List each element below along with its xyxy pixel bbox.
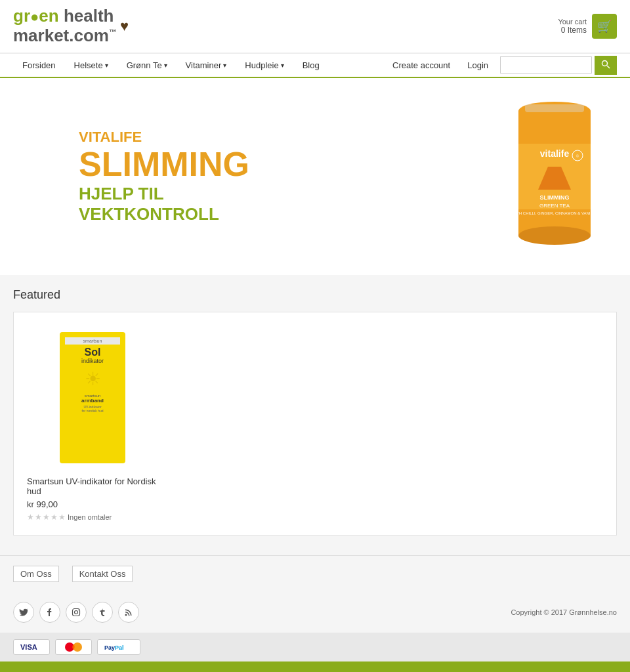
paypal-icon: PayPal [97, 639, 140, 655]
banner-line2: SLIMMING [79, 147, 492, 181]
svg-text:SLIMMING: SLIMMING [540, 194, 570, 201]
footer-nav-kontakt-oss[interactable]: Kontakt Oss [72, 566, 133, 582]
banner-line1: VITALIFE [79, 129, 492, 146]
review-count: Ingen omtaler [68, 513, 112, 521]
svg-text:vitalife: vitalife [540, 148, 570, 159]
banner-image: vitalife © SLIMMING GREEN TEA WITH CHILL… [512, 91, 617, 262]
main-content: VITALIFE SLIMMING HJELP TIL VEKTKONTROLL [0, 78, 630, 662]
product-price: kr 99,00 [27, 499, 158, 509]
twitter-icon[interactable] [13, 602, 34, 623]
featured-grid: smartsun Sol indikator ☀ smartsun armban… [13, 312, 617, 536]
instagram-icon[interactable] [66, 602, 87, 623]
star-4: ★ [51, 513, 58, 522]
product-image: smartsun Sol indikator ☀ smartsun armban… [40, 326, 145, 470]
featured-title: Featured [13, 288, 617, 302]
sun-graphic: ☀ [85, 368, 101, 390]
search-icon [601, 60, 610, 69]
svg-text:PayPal: PayPal [104, 644, 124, 651]
navigation: Forsiden Helsete ▾ Grønn Te ▾ Vitaminer … [0, 53, 630, 78]
nav-item-blog[interactable]: Blog [293, 54, 329, 77]
chevron-icon: ▾ [281, 62, 284, 69]
star-rating: ★ ★ ★ ★ ★ Ingen omtaler [27, 513, 158, 522]
nav-item-hudpleie[interactable]: Hudpleie ▾ [236, 54, 293, 77]
logo-tm: ™ [109, 28, 117, 37]
svg-point-15 [75, 610, 78, 614]
star-3: ★ [43, 513, 50, 522]
star-1: ★ [27, 513, 34, 522]
search-button[interactable] [595, 56, 617, 75]
mastercard-icon [55, 639, 92, 655]
vitalife-can: vitalife © SLIMMING GREEN TEA WITH CHILL… [512, 91, 597, 255]
logo-green: gr [13, 6, 30, 26]
facebook-icon[interactable] [39, 602, 60, 623]
social-icons [13, 602, 139, 623]
cart-info: Your cart 0 Items [558, 18, 587, 35]
nav-item-gronn-te[interactable]: Grønn Te ▾ [117, 54, 177, 77]
nav-right: Create account Login [387, 54, 617, 77]
footer: Copyright © 2017 Grønnhelse.no [0, 592, 630, 633]
search-form [500, 56, 617, 75]
svg-point-4 [518, 226, 591, 245]
copyright: Copyright © 2017 Grønnhelse.no [511, 608, 617, 616]
featured-section: Featured smartsun Sol indikator ☀ smarts… [0, 275, 630, 549]
search-input[interactable] [500, 56, 592, 74]
nav-item-forsiden[interactable]: Forsiden [13, 54, 65, 77]
chevron-icon: ▾ [223, 62, 226, 69]
nav-item-helsete[interactable]: Helsete ▾ [65, 54, 117, 77]
logo[interactable]: gr●en health market.com™ ♥ [13, 7, 129, 46]
create-account-link[interactable]: Create account [387, 54, 455, 77]
footer-nav-om-oss[interactable]: Om Oss [13, 566, 59, 582]
svg-text:GREEN TEA: GREEN TEA [539, 203, 570, 209]
svg-text:WITH CHILLI, GINGER, CINNAMON : WITH CHILLI, GINGER, CINNAMON & VANILLA [512, 211, 597, 215]
star-5: ★ [58, 513, 66, 522]
svg-point-0 [602, 60, 608, 66]
cart-area: Your cart 0 Items 🛒 [558, 14, 617, 39]
cart-button[interactable]: 🛒 [592, 14, 617, 39]
cart-label: Your cart [558, 18, 587, 26]
login-link[interactable]: Login [462, 54, 494, 77]
star-2: ★ [35, 513, 42, 522]
banner-line3: HJELP TIL VEKTKONTROLL [79, 184, 492, 224]
product-card[interactable]: smartsun Sol indikator ☀ smartsun armban… [27, 326, 158, 522]
banner-text: VITALIFE SLIMMING HJELP TIL VEKTKONTROLL [79, 129, 512, 224]
banner: VITALIFE SLIMMING HJELP TIL VEKTKONTROLL [0, 78, 630, 275]
product-name[interactable]: Smartsun UV-indikator for Nordisk hud [27, 476, 158, 496]
svg-line-1 [607, 66, 610, 68]
nav-item-vitaminer[interactable]: Vitaminer ▾ [177, 54, 236, 77]
svg-text:©: © [576, 154, 579, 158]
header: gr●en health market.com™ ♥ Your cart 0 I… [0, 0, 630, 53]
stars: ★ ★ ★ ★ ★ [27, 513, 66, 522]
svg-rect-13 [525, 104, 584, 112]
svg-point-16 [78, 610, 79, 610]
svg-point-17 [125, 614, 127, 616]
payment-footer: VISA PayPal [0, 633, 630, 662]
footer-nav: Om Oss Kontakt Oss [0, 555, 630, 592]
visa-icon: VISA [13, 639, 50, 655]
tumblr-icon[interactable] [92, 602, 113, 623]
chevron-icon: ▾ [164, 62, 167, 69]
logo-heart: ♥ [120, 18, 129, 35]
svg-text:VISA: VISA [20, 643, 37, 651]
cart-count: 0 Items [558, 26, 587, 35]
chevron-icon: ▾ [105, 62, 108, 69]
smartsun-box: smartsun Sol indikator ☀ smartsun armban… [60, 332, 125, 463]
rss-icon[interactable] [118, 602, 139, 623]
